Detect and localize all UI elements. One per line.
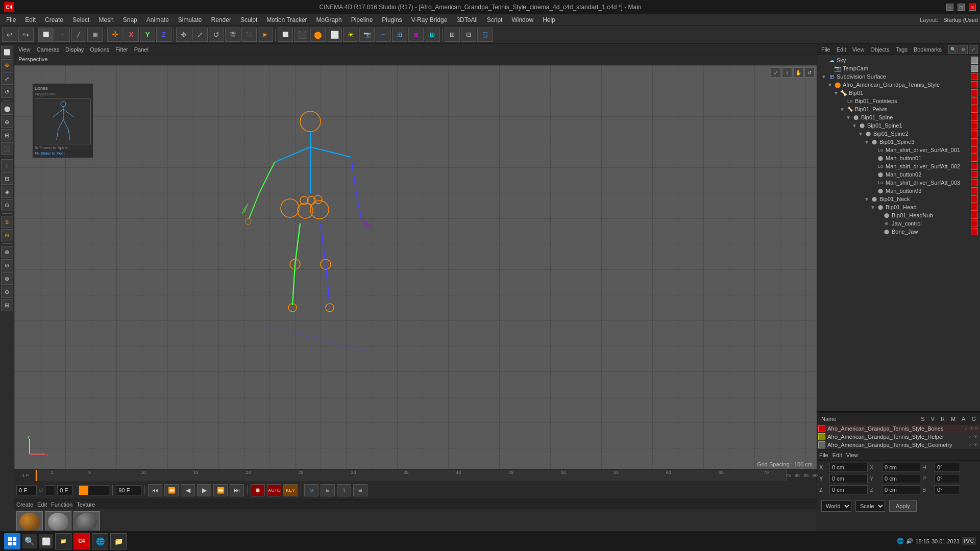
left-tool-12[interactable]: ⊘ — [1, 259, 13, 271]
mat-menu-edit[interactable]: Edit — [37, 502, 47, 508]
scene-tree[interactable]: ☁ Sky 📷 TempCam ▼ ⊞ Subdivision Surface — [817, 55, 980, 411]
cloner-button[interactable]: ⊕ — [408, 28, 424, 42]
lom-s-col[interactable]: S — [919, 416, 926, 422]
keyboard-layout[interactable]: РУС — [962, 537, 976, 545]
play-reverse-button[interactable]: ◀ — [181, 484, 195, 496]
grid-button[interactable]: ⊞ — [445, 28, 460, 42]
redo-button[interactable]: ↪ — [18, 28, 34, 42]
record-button[interactable]: ⏺ — [251, 484, 265, 496]
x-rot-field[interactable] — [882, 463, 920, 472]
object-mode-button[interactable]: ⬜ — [38, 28, 54, 42]
menu-simulate[interactable]: Simulate — [174, 15, 206, 24]
menu-edit[interactable]: Edit — [21, 15, 40, 24]
menu-select[interactable]: Select — [68, 15, 93, 24]
end-frame-field[interactable] — [116, 485, 141, 495]
scale-dropdown[interactable]: Scale — [855, 500, 885, 512]
tree-item-spine1[interactable]: ▼ ⬤ Bip01_Spine1 — [818, 121, 979, 130]
lom-v-col[interactable]: V — [929, 416, 937, 422]
om-search-icon[interactable]: 🔍 — [948, 45, 958, 54]
left-tool-4[interactable]: ⬛ — [1, 142, 13, 155]
left-tool-6[interactable]: ⊟ — [1, 172, 13, 185]
nurbs-button[interactable]: ⊞ — [392, 28, 407, 42]
tree-item-shirt2[interactable]: Lo Man_shirt_driver_SurfAtt_002 — [818, 162, 979, 170]
camera-button[interactable]: 🎬 — [225, 28, 240, 42]
tree-item-subdivision[interactable]: ▼ ⊞ Subdivision Surface — [818, 72, 979, 81]
vp-menu-options[interactable]: Options — [90, 46, 109, 53]
play-forward-button[interactable]: ▶ — [197, 484, 211, 496]
lom-r-col[interactable]: R — [939, 416, 947, 422]
tree-item-spine[interactable]: ▼ ⬤ Bip01_Spine — [818, 113, 979, 121]
start-button[interactable] — [4, 533, 20, 549]
deformer-button[interactable]: ⊞ — [425, 28, 440, 42]
next-key-button[interactable]: ⏩ — [213, 484, 228, 496]
start-frame-field[interactable] — [45, 485, 55, 495]
edge-mode-button[interactable]: ╱ — [71, 28, 86, 42]
sphere-primitive-button[interactable]: ⬤ — [310, 28, 326, 42]
playhead[interactable] — [36, 470, 37, 481]
left-tool-13[interactable]: ⊜ — [1, 272, 13, 285]
vp-menu-view[interactable]: View — [18, 46, 31, 53]
tree-item-footsteps[interactable]: Lo Bip01_Footsteps — [818, 97, 979, 105]
auto-key-button[interactable]: AUTO — [267, 484, 281, 496]
lom-g-col[interactable]: G — [969, 416, 978, 422]
tree-item-shirt3[interactable]: Lo Man_shirt_driver_SurfAtt_003 — [818, 179, 979, 187]
left-tool-select[interactable]: ⬜ — [1, 46, 13, 58]
tree-item-button02[interactable]: ⬤ Man_button02 — [818, 170, 979, 179]
current-frame-field[interactable] — [16, 485, 37, 495]
interactive-render-button[interactable]: ⬜ — [278, 28, 293, 42]
menu-create[interactable]: Create — [41, 15, 67, 24]
z-constraint-button[interactable]: Z — [156, 28, 172, 42]
key-all-button[interactable]: KEY — [283, 484, 298, 496]
tree-item-pelvis[interactable]: ▼ 🦴 Bip01_Pelvis — [818, 105, 979, 113]
tree-item-tempcam[interactable]: 📷 TempCam — [818, 64, 979, 72]
vp-menu-cameras[interactable]: Cameras — [37, 46, 60, 53]
menu-plugins[interactable]: Plugins — [378, 15, 406, 24]
z-pos-field[interactable] — [829, 485, 868, 494]
tree-item-spine2[interactable]: ▼ ⬤ Bip01_Spine2 — [818, 130, 979, 138]
y-pos-field[interactable] — [829, 474, 868, 483]
taskbar-chrome[interactable]: 🌐 — [92, 533, 108, 549]
tree-expand-spine3[interactable]: ▼ — [864, 139, 870, 145]
op-menu-view[interactable]: View — [846, 452, 859, 458]
move-tool-button[interactable]: ✥ — [176, 28, 191, 42]
tree-item-button03[interactable]: ⬤ Man_button03 — [818, 187, 979, 195]
nav-fit-button[interactable]: ⤢ — [771, 67, 781, 78]
poly-mode-button[interactable]: ▦ — [87, 28, 103, 42]
vp-menu-filter[interactable]: Filter — [115, 46, 128, 53]
prev-key-button[interactable]: ⏪ — [164, 484, 179, 496]
menu-window[interactable]: Window — [507, 15, 537, 24]
timeline-button[interactable]: ⊟ — [321, 484, 335, 496]
light-button[interactable]: ☀ — [343, 28, 358, 42]
undo-button[interactable]: ↩ — [2, 28, 17, 42]
om-menu-view[interactable]: View — [850, 46, 867, 53]
scale-tool-button[interactable]: ⤢ — [192, 28, 208, 42]
menu-sculpt[interactable]: Sculpt — [236, 15, 261, 24]
tree-item-bip01[interactable]: ▼ 🦴 Bip01 — [818, 89, 979, 97]
taskbar-taskview[interactable]: ⬜ — [39, 534, 53, 548]
menu-animate[interactable]: Animate — [142, 15, 173, 24]
tree-item-grandpa[interactable]: ▼ ⬤ Afro_American_Grandpa_Tennis_Style — [818, 81, 979, 89]
left-tool-scale[interactable]: ⤢ — [1, 72, 13, 85]
om-menu-file[interactable]: File — [819, 46, 832, 53]
tree-expand-spine1[interactable]: ▼ — [852, 123, 858, 129]
left-tool-2[interactable]: ⊕ — [1, 116, 13, 128]
taskbar-c4d[interactable]: C4 — [74, 533, 90, 549]
spline-button[interactable]: ~ — [376, 28, 391, 42]
tree-expand-subdivision[interactable]: ▼ — [821, 74, 827, 80]
tree-item-headnub[interactable]: ⬤ Bip01_HeadNub — [818, 211, 979, 219]
workplane-button[interactable]: ⊟ — [461, 28, 476, 42]
menu-mesh[interactable]: Mesh — [94, 15, 117, 24]
timeline-track[interactable]: 1 5 10 15 20 25 30 35 40 45 50 55 60 65 … — [36, 470, 786, 481]
tree-item-neck[interactable]: ▼ ⬤ Bip01_Neck — [818, 195, 979, 203]
p-field[interactable] — [935, 474, 960, 483]
tree-item-shirt1[interactable]: Lo Man_shirt_driver_SurfAtt_001 — [818, 146, 979, 154]
menu-help[interactable]: Help — [538, 15, 559, 24]
om-menu-bookmarks[interactable]: Bookmarks — [912, 46, 944, 53]
left-tool-7[interactable]: ◈ — [1, 186, 13, 198]
tree-expand-spine[interactable]: ▼ — [846, 115, 852, 120]
obj-item-bones[interactable]: Afro_American_Grandpa_Tennis_Style_Bones… — [817, 424, 980, 433]
go-to-end-button[interactable]: ⏭ — [230, 484, 244, 496]
menu-vray[interactable]: V-Ray Bridge — [407, 15, 452, 24]
nav-zoom-button[interactable]: ↕ — [782, 67, 792, 78]
om-menu-objects[interactable]: Objects — [868, 46, 891, 53]
